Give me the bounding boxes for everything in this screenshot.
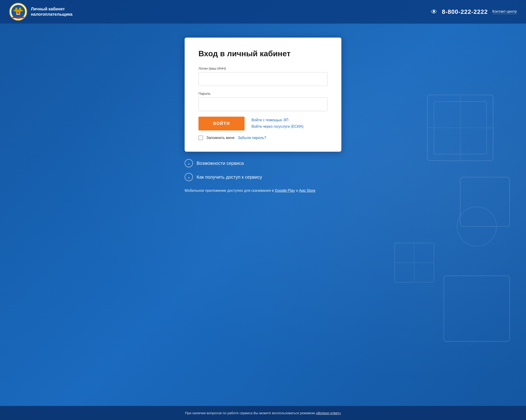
accordion-label-1: Возможности сервиса: [197, 161, 244, 166]
accordion-section: ⌄ Возможности сервиса: [185, 158, 341, 168]
remember-checkbox[interactable]: [198, 135, 203, 140]
header-right: 👁 8-800-222-2222 Контакт-центр: [431, 8, 517, 16]
app-store-link[interactable]: App Store: [299, 189, 315, 193]
remember-row: Запомнить меня Забыли пароль?: [198, 135, 328, 140]
login-field-group: Логин (ваш ИНН): [198, 66, 328, 86]
main-content: Вход в личный кабинет Логин (ваш ИНН) Па…: [0, 24, 526, 406]
accordion-item-2[interactable]: ⌄ Как получить доступ к сервису: [185, 172, 341, 182]
accordion-section-2: ⌄ Как получить доступ к сервису: [185, 172, 341, 182]
mobile-app-section: Мобильное приложение доступно для скачив…: [185, 189, 341, 193]
accordion-item-1[interactable]: ⌄ Возможности сервиса: [185, 158, 341, 168]
svg-rect-14: [15, 8, 17, 9]
site-title: Личный кабинет налогоплательщика: [31, 6, 72, 17]
password-label: Пароль: [198, 92, 328, 95]
svg-rect-17: [11, 17, 25, 18]
contact-center-link[interactable]: Контакт-центр: [492, 10, 517, 14]
accessibility-icon[interactable]: 👁: [431, 8, 437, 16]
login-card: Вход в личный кабинет Логин (ваш ИНН) Па…: [185, 38, 341, 152]
google-play-link[interactable]: Google Play: [275, 189, 295, 193]
accordion-label-2: Как получить доступ к сервису: [197, 174, 262, 180]
mobile-app-text-before: Мобильное приложение доступно для скачив…: [185, 189, 275, 193]
login-label: Логин (ваш ИНН): [198, 66, 328, 70]
accordion-chevron-1: ⌄: [185, 159, 193, 167]
login-actions: ВОЙТИ Войти с помощью ЭП Войти через гос…: [198, 117, 328, 131]
login-title: Вход в личный кабинет: [198, 49, 328, 58]
login-button[interactable]: ВОЙТИ: [198, 117, 244, 131]
forgot-password-link[interactable]: Забыли пароль?: [238, 136, 266, 140]
footer-text: При наличии вопросов по работе сервиса В…: [185, 411, 316, 415]
svg-text:ФНС: ФНС: [16, 13, 20, 15]
mobile-app-text-middle: и: [295, 189, 299, 193]
esia-login-link[interactable]: Войти через госуслуги (ЕСИА): [252, 124, 303, 129]
accordion-chevron-2: ⌄: [185, 173, 193, 181]
ep-login-link[interactable]: Войти с помощью ЭП: [252, 118, 303, 122]
site-footer: При наличии вопросов по работе сервиса В…: [0, 406, 526, 420]
login-input[interactable]: [198, 72, 328, 86]
qa-link[interactable]: «Вопрос-ответ»: [316, 411, 341, 415]
header-left: ФНС Личный кабинет налогоплательщика: [9, 3, 72, 21]
fns-logo: ФНС: [9, 3, 27, 21]
svg-rect-15: [19, 8, 21, 9]
password-field-group: Пароль: [198, 92, 328, 111]
remember-label: Запомнить меня: [206, 136, 234, 140]
password-input[interactable]: [198, 97, 328, 111]
site-header: ФНС Личный кабинет налогоплательщика 👁 8…: [0, 0, 526, 24]
phone-number: 8-800-222-2222: [442, 8, 488, 15]
alt-login-links: Войти с помощью ЭП Войти через госуслуги…: [252, 117, 303, 129]
